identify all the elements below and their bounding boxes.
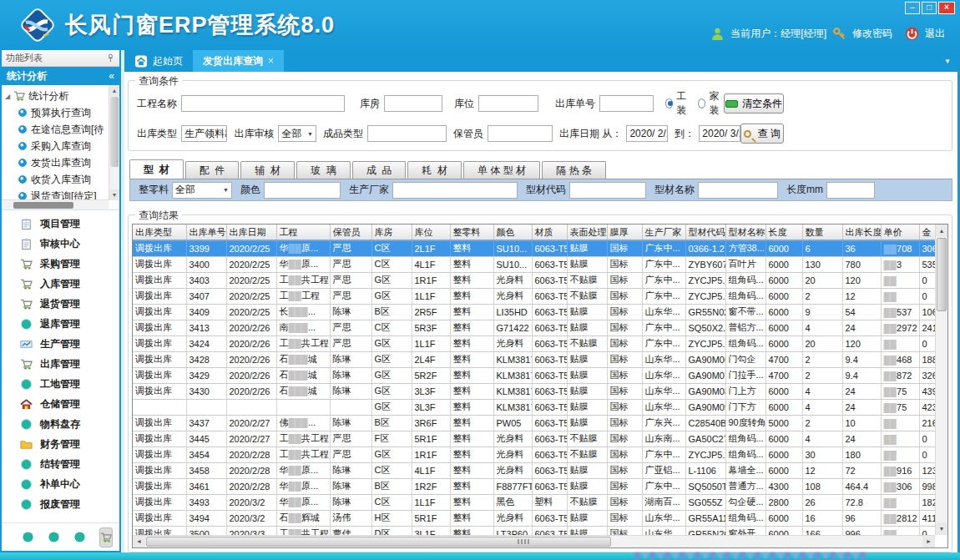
column-header[interactable]: 整零料 bbox=[450, 225, 493, 240]
tab-home[interactable]: 起始页 bbox=[124, 50, 193, 72]
column-header[interactable]: 出库类型 bbox=[133, 225, 186, 240]
column-header[interactable]: 材质 bbox=[532, 225, 567, 240]
scroll-up-icon[interactable] bbox=[936, 225, 947, 237]
logout-button[interactable]: 退出 bbox=[925, 27, 945, 41]
collapse-icon[interactable] bbox=[109, 70, 114, 82]
scroll-left-icon[interactable] bbox=[133, 536, 145, 547]
sidebar-item-采购管理[interactable]: 采购管理 bbox=[2, 254, 119, 274]
radio-home-deco[interactable]: 家装 bbox=[698, 89, 724, 118]
expander-icon[interactable] bbox=[5, 93, 10, 100]
table-row[interactable]: 调拨出库34242020/2/26工▒▒共工程严思G区1L1F整料光身料6063… bbox=[133, 335, 935, 351]
table-row[interactable]: 调拨出库34132020/2/26南▒▒▒...严思C区5R3F整料G71422… bbox=[133, 320, 935, 335]
column-header[interactable]: 保管员 bbox=[330, 225, 371, 240]
length-input[interactable] bbox=[826, 182, 875, 199]
keeper-input[interactable] bbox=[488, 125, 553, 142]
table-row[interactable]: 调拨出库34612020/2/28华▒▒原...陈琳B区1R2F整料F8877F… bbox=[133, 478, 935, 494]
material-tab[interactable]: 玻 璃 bbox=[296, 161, 351, 179]
sidebar-item-项目管理[interactable]: 项目管理 bbox=[2, 214, 119, 234]
column-header[interactable]: 出库长度 bbox=[842, 225, 881, 240]
outbound-audit-select[interactable]: 全部 bbox=[278, 125, 316, 142]
table-row[interactable]: 调拨出库34292020/2/26石▒▒▒城陈琳G区5R2F整料KLM38176… bbox=[133, 367, 935, 383]
tree-item[interactable]: 采购入库查询 bbox=[5, 138, 119, 154]
project-name-input[interactable] bbox=[181, 95, 345, 112]
sidebar-item-结转管理[interactable]: 结转管理 bbox=[2, 454, 119, 474]
scrollbar-thumb[interactable] bbox=[110, 97, 119, 167]
table-row[interactable]: 调拨出库34932020/3/2华▒▒原...陈琳C区1L1F整料黑色塑料不贴膜… bbox=[133, 494, 935, 510]
column-header[interactable]: 颜色 bbox=[493, 225, 532, 240]
outbound-type-select[interactable]: 生产领料出库 bbox=[181, 125, 227, 142]
sidebar-item-入库管理[interactable]: 入库管理 bbox=[2, 274, 119, 294]
table-row[interactable]: 调拨出库33992020/2/25华▒▒原...严思C区2L1F整料SU10..… bbox=[133, 240, 935, 256]
sidebar-item-审核中心[interactable]: 审核中心 bbox=[2, 234, 119, 254]
table-row[interactable]: 调拨出库34372020/2/27佛▒▒▒...陈琳B区3R6F整料PW0560… bbox=[133, 415, 935, 431]
table-row[interactable]: 调拨出库34302020/2/26石▒▒▒城陈琳G区3L3F整料KLM38176… bbox=[133, 383, 935, 399]
sidebar-item-物料盘存[interactable]: 物料盘存 bbox=[2, 414, 119, 434]
table-row[interactable]: 调拨出库34542020/2/28工▒▒共工程严思G区1R1F整料光身料6063… bbox=[133, 446, 935, 462]
column-header[interactable]: 出库日期 bbox=[226, 225, 276, 240]
scrollbar-thumb[interactable] bbox=[13, 202, 73, 209]
date-from-picker[interactable]: 2020/ 2/16 bbox=[626, 125, 668, 142]
material-tab[interactable]: 配 件 bbox=[185, 161, 240, 179]
location-input[interactable] bbox=[478, 95, 538, 112]
profile-name-input[interactable] bbox=[698, 182, 778, 199]
table-row[interactable]: 调拨出库35002020/3/3工▒▒共工程曹佳D区3L1F整料LT3P6060… bbox=[133, 526, 935, 535]
maximize-icon[interactable] bbox=[922, 2, 937, 14]
sidebar-item-生产管理[interactable]: 生产管理 bbox=[2, 334, 119, 354]
scrollbar-thumb[interactable] bbox=[146, 537, 611, 547]
outbound-order-input[interactable] bbox=[599, 95, 654, 112]
sidebar-item-工地管理[interactable]: 工地管理 bbox=[2, 374, 119, 394]
scroll-down-icon[interactable] bbox=[936, 522, 947, 535]
table-row[interactable]: 调拨出库34452020/2/27工▒▒共工程严思F区5R1F整料光身料6063… bbox=[133, 431, 935, 446]
column-header[interactable]: 单价 bbox=[881, 225, 919, 240]
sidebar-item-报废管理[interactable]: 报废管理 bbox=[2, 494, 119, 514]
column-header[interactable]: 库位 bbox=[412, 225, 450, 240]
grid-vertical-scrollbar[interactable] bbox=[935, 225, 947, 535]
material-tab[interactable]: 耗 材 bbox=[407, 161, 462, 179]
tree-item[interactable]: 发货出库查询 bbox=[5, 154, 119, 171]
table-row[interactable]: 调拨出库34582020/2/28华▒▒原...陈琳C区4L1F整料光身料606… bbox=[133, 462, 935, 478]
sidebar-item-退库管理[interactable]: 退库管理 bbox=[2, 314, 119, 334]
scroll-down-icon[interactable] bbox=[109, 189, 119, 200]
table-row[interactable]: 调拨出库34092020/2/25长▒▒▒...陈琳B区2R5F整料LI35HD… bbox=[133, 304, 935, 320]
whole-piece-select[interactable]: 全部 bbox=[172, 182, 232, 199]
material-tab[interactable]: 成 品 bbox=[352, 161, 407, 179]
material-tab[interactable]: 辅 材 bbox=[240, 161, 295, 179]
tree-root-statistics[interactable]: 统计分析 bbox=[5, 88, 119, 104]
sidebar-item-退货管理[interactable]: 退货管理 bbox=[2, 294, 119, 314]
tree-horizontal-scrollbar[interactable] bbox=[2, 199, 109, 209]
column-header[interactable]: 库房 bbox=[371, 225, 412, 240]
sidebar-section-statistics[interactable]: 统计分析 bbox=[2, 67, 119, 85]
column-header[interactable]: 膜厚 bbox=[607, 225, 642, 240]
material-tab[interactable]: 型 材 bbox=[129, 159, 184, 179]
circle-icon[interactable] bbox=[73, 531, 86, 543]
change-password-button[interactable]: 修改密码 bbox=[852, 27, 892, 41]
tree-item[interactable]: 收货入库查询 bbox=[5, 171, 119, 188]
tab-list-dropdown-icon[interactable] bbox=[944, 58, 951, 65]
column-header[interactable]: 长度 bbox=[765, 225, 802, 240]
table-row[interactable]: 调拨出库34282020/2/26石▒▒▒城陈琳G区2L4F整料KLM38176… bbox=[133, 351, 935, 367]
sidebar-item-财务管理[interactable]: 财务管理 bbox=[2, 434, 119, 454]
search-button[interactable]: 查 询 bbox=[740, 124, 784, 144]
circle-icon[interactable] bbox=[22, 531, 34, 543]
sidebar-item-出库管理[interactable]: 出库管理 bbox=[2, 354, 119, 374]
product-type-input[interactable] bbox=[367, 125, 447, 142]
tree-vertical-scrollbar[interactable] bbox=[109, 85, 119, 200]
column-header[interactable]: 表面处理 bbox=[567, 225, 607, 240]
grid-horizontal-scrollbar[interactable] bbox=[133, 535, 935, 547]
tree-item[interactable]: 预算执行查询 bbox=[5, 104, 119, 121]
table-row[interactable]: 调拨出库34032020/2/25工▒▒共工程严思G区1R1F整料光身料6063… bbox=[133, 272, 935, 288]
circle-icon[interactable] bbox=[48, 531, 60, 543]
profile-code-input[interactable] bbox=[569, 182, 646, 199]
column-header[interactable]: 金 bbox=[919, 225, 935, 240]
column-header[interactable]: 型材名称 bbox=[725, 225, 765, 240]
column-header[interactable]: 出库单号 bbox=[186, 225, 226, 240]
pin-icon[interactable] bbox=[106, 53, 115, 63]
cart-toolbar-button[interactable] bbox=[99, 527, 113, 547]
column-header[interactable]: 工程 bbox=[276, 225, 330, 240]
column-header[interactable]: 型材代码 bbox=[685, 225, 725, 240]
column-header[interactable]: 数量 bbox=[802, 225, 842, 240]
table-row[interactable]: 调拨出库34002020/2/25华▒▒原...严思C区4L1F整料SU10..… bbox=[133, 256, 935, 272]
column-header[interactable]: 生产厂家 bbox=[642, 225, 685, 240]
date-to-picker[interactable]: 2020/ 3/16 bbox=[699, 125, 740, 142]
radio-industrial[interactable]: 工装 bbox=[665, 89, 691, 118]
